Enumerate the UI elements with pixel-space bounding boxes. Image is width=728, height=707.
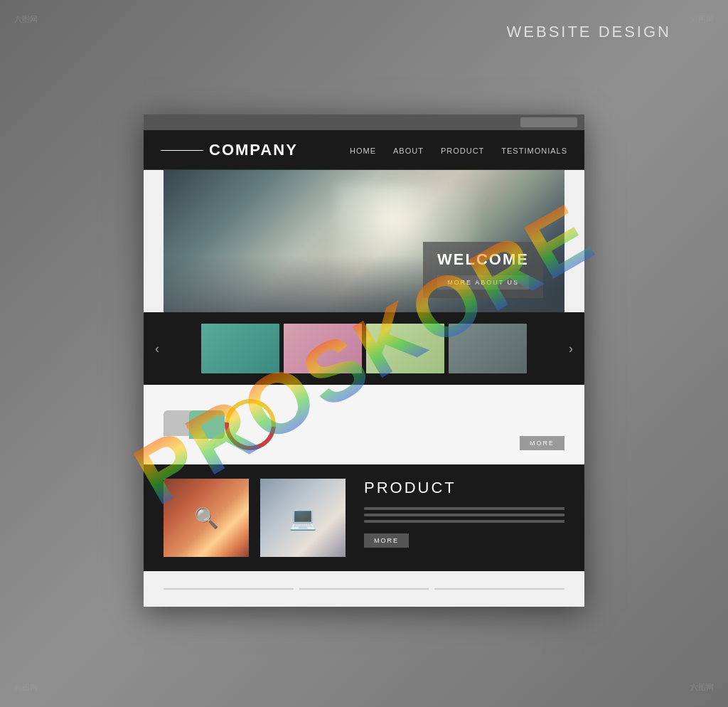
nav-bar: COMPANY HOME ABOUT PRODUCT TESTIMONIALS [144, 130, 584, 170]
browser-chrome [144, 115, 584, 130]
product-line-1 [364, 507, 564, 510]
hero-right-margin [564, 170, 584, 312]
thumbnail-4[interactable] [449, 324, 527, 373]
product-more-button[interactable]: MORE [364, 533, 409, 548]
hero-more-button[interactable]: MORE ABOUT US [437, 275, 529, 289]
footer-line-1 [164, 588, 294, 590]
circle-decoration [214, 388, 286, 460]
product-title: PRODUCT [364, 479, 564, 497]
corner-watermark-tr: 六图网 [690, 14, 714, 25]
hero-overlay: WELCOME MORE ABOUT US [423, 242, 543, 298]
chat-icons [164, 410, 225, 439]
corner-watermark-br: 六图网 [690, 682, 714, 693]
product-section: 🔍 💻 PRODUCT MORE [144, 464, 584, 571]
thumbnail-3[interactable] [366, 324, 444, 373]
nav-links: HOME ABOUT PRODUCT TESTIMONIALS [350, 144, 567, 156]
corner-watermark-bl: 六图网 [14, 682, 38, 693]
footer-line-3 [434, 588, 564, 590]
hero-left-margin [144, 170, 164, 312]
product-image-2[interactable]: 💻 [260, 479, 346, 557]
hero-section: WELCOME MORE ABOUT US [164, 170, 564, 312]
company-logo: COMPANY [161, 141, 298, 159]
about-section: MORE [144, 385, 584, 464]
search-icon: 🔍 [194, 506, 219, 530]
hero-welcome-text: WELCOME [437, 250, 529, 269]
product-line-3 [364, 520, 564, 523]
footer-line-2 [299, 588, 429, 590]
thumbnail-1[interactable] [201, 324, 279, 373]
nav-item-about[interactable]: ABOUT [393, 144, 424, 156]
corner-watermark-tl: 六图网 [14, 14, 38, 25]
product-line-2 [364, 514, 564, 516]
chat-bubble-green [189, 410, 225, 439]
nav-item-product[interactable]: PRODUCT [441, 144, 484, 156]
nav-item-testimonials[interactable]: TESTIMONIALS [501, 144, 567, 156]
prev-button[interactable]: ‹ [151, 341, 164, 356]
browser-address-bar [520, 117, 577, 127]
laptop-icon: 💻 [289, 504, 317, 531]
next-button[interactable]: › [564, 341, 577, 356]
nav-item-home[interactable]: HOME [350, 144, 376, 156]
thumbnail-items [168, 324, 560, 373]
thumbnail-2[interactable] [284, 324, 362, 373]
product-description-lines [364, 507, 564, 523]
hero-wrapper: WELCOME MORE ABOUT US [144, 170, 584, 312]
thumbnail-strip: ‹ › [144, 312, 584, 385]
product-info: PRODUCT MORE [357, 479, 564, 548]
product-image-1[interactable]: 🔍 [164, 479, 249, 557]
footer-strip [144, 571, 584, 607]
mockup-container: COMPANY HOME ABOUT PRODUCT TESTIMONIALS … [144, 115, 584, 607]
about-more-button[interactable]: MORE [520, 436, 564, 450]
page-title: WEBSITE DESIGN [507, 23, 671, 41]
